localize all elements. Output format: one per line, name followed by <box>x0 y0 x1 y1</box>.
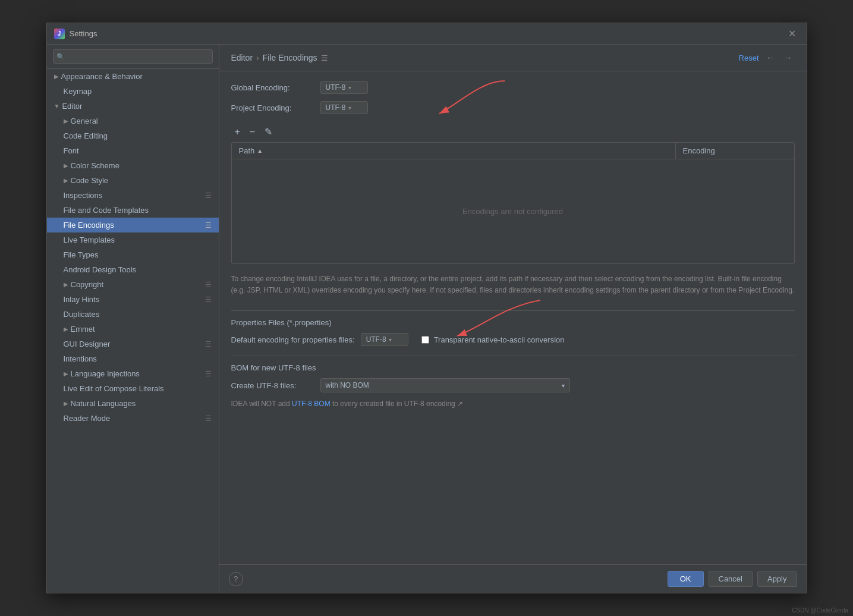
remove-button[interactable]: − <box>246 125 259 139</box>
sidebar-item-general[interactable]: ▶ General <box>47 114 219 128</box>
project-encoding-value: UTF-8 <box>326 103 346 112</box>
sidebar-item-inspections[interactable]: Inspections ☰ <box>47 188 219 203</box>
sidebar-item-label: Language Injections <box>71 369 140 378</box>
expand-icon: ▶ <box>64 400 68 407</box>
bom-dropdown[interactable]: with NO BOM ▾ <box>320 378 570 392</box>
sidebar-item-label: Live Edit of Compose Literals <box>64 384 164 393</box>
sidebar-item-language-injections[interactable]: ▶ Language Injections ☰ <box>47 366 219 381</box>
bom-info-link[interactable]: UTF-8 BOM <box>292 400 331 408</box>
col-encoding-header: Encoding <box>675 143 794 159</box>
sidebar-item-natural-languages[interactable]: ▶ Natural Languages <box>47 396 219 411</box>
expand-icon: ▶ <box>64 177 68 184</box>
search-input[interactable] <box>53 49 213 64</box>
sidebar-item-file-encodings[interactable]: File Encodings ☰ <box>47 218 219 232</box>
sidebar-item-appearance[interactable]: ▶ Appearance & Behavior <box>47 69 219 84</box>
bom-title: BOM for new UTF-8 files <box>231 363 795 372</box>
project-encoding-dropdown[interactable]: UTF-8 ▾ <box>320 101 368 114</box>
sidebar-item-editor[interactable]: ▼ Editor <box>47 99 219 114</box>
sidebar-item-reader-mode[interactable]: Reader Mode ☰ <box>47 411 219 426</box>
search-wrap <box>53 49 213 64</box>
sidebar-item-file-code-templates[interactable]: File and Code Templates <box>47 203 219 218</box>
sidebar-item-label: File Types <box>64 250 99 259</box>
sidebar-item-gui-designer[interactable]: GUI Designer ☰ <box>47 337 219 351</box>
bom-info: IDEA will NOT add UTF-8 BOM to every cre… <box>231 400 795 408</box>
sidebar-item-inlay-hints[interactable]: Inlay Hints ☰ <box>47 292 219 307</box>
create-utf8-label: Create UTF-8 files: <box>231 381 314 390</box>
sidebar-item-file-types[interactable]: File Types <box>47 247 219 262</box>
ok-button[interactable]: OK <box>668 571 704 587</box>
project-encoding-row: Project Encoding: UTF-8 ▾ <box>231 101 795 114</box>
sidebar-item-label: Editor <box>62 102 82 111</box>
sidebar-item-intentions[interactable]: Intentions <box>47 351 219 366</box>
expand-icon: ▶ <box>64 118 68 124</box>
bom-info-prefix: IDEA will NOT add <box>231 400 292 408</box>
properties-encoding-dropdown[interactable]: UTF-8 ▾ <box>361 333 408 346</box>
transparent-checkbox-row: Transparent native-to-ascii conversion <box>421 335 565 344</box>
apply-button[interactable]: Apply <box>757 571 797 587</box>
content-body: Global Encoding: UTF-8 ▾ Project Encodin… <box>219 71 807 564</box>
col-path-label: Path <box>239 146 255 155</box>
transparent-checkbox[interactable] <box>421 336 429 344</box>
file-encodings-badge: ☰ <box>205 221 212 230</box>
bom-info-suffix: to every created file in UTF-8 encoding … <box>331 400 463 408</box>
sidebar-item-live-templates[interactable]: Live Templates <box>47 232 219 247</box>
global-encoding-value: UTF-8 <box>326 83 346 92</box>
footer-left: ? <box>229 572 243 586</box>
add-button[interactable]: + <box>231 125 244 139</box>
content-header: Editor › File Encodings ☰ Reset ← → <box>219 45 807 71</box>
copyright-badge: ☰ <box>205 281 212 289</box>
cancel-button[interactable]: Cancel <box>709 571 753 587</box>
sidebar-item-label: File Encodings <box>64 221 114 230</box>
col-encoding-label: Encoding <box>683 146 715 155</box>
sidebar-item-duplicates[interactable]: Duplicates <box>47 307 219 322</box>
properties-encoding-value: UTF-8 <box>366 335 386 344</box>
sidebar-item-label: Android Design Tools <box>64 265 137 274</box>
edit-button[interactable]: ✎ <box>261 125 276 139</box>
title-bar: J Settings ✕ <box>47 23 807 45</box>
sidebar-item-font[interactable]: Font <box>47 143 219 158</box>
breadcrumb-current: File Encodings <box>263 53 317 62</box>
sidebar-item-copyright[interactable]: ▶ Copyright ☰ <box>47 277 219 292</box>
sidebar-item-label: Duplicates <box>64 310 100 319</box>
sidebar-item-android-design[interactable]: Android Design Tools <box>47 262 219 277</box>
default-encoding-label: Default encoding for properties files: <box>231 335 355 344</box>
search-section <box>47 45 219 69</box>
info-text: To change encoding IntelliJ IDEA uses fo… <box>231 274 795 303</box>
sidebar-item-label: Inlay Hints <box>64 295 100 304</box>
breadcrumb-parent: Editor <box>231 53 253 62</box>
sidebar-item-label: Color Scheme <box>71 161 119 170</box>
global-encoding-dropdown[interactable]: UTF-8 ▾ <box>320 81 368 94</box>
dropdown-arrow-icon: ▾ <box>348 105 351 111</box>
sidebar-item-emmet[interactable]: ▶ Emmet <box>47 322 219 337</box>
sidebar-item-keymap[interactable]: Keymap <box>47 84 219 99</box>
sidebar-item-code-editing[interactable]: Code Editing <box>47 128 219 143</box>
create-utf8-row: Create UTF-8 files: with NO BOM ▾ <box>231 378 795 392</box>
inspections-badge: ☰ <box>205 191 212 200</box>
bom-section: BOM for new UTF-8 files Create UTF-8 fil… <box>231 363 795 408</box>
sidebar-item-label: Natural Languages <box>71 399 136 408</box>
sidebar-item-color-scheme[interactable]: ▶ Color Scheme <box>47 158 219 173</box>
close-button[interactable]: ✕ <box>785 27 800 40</box>
sidebar-item-code-style[interactable]: ▶ Code Style <box>47 173 219 188</box>
breadcrumb-separator: › <box>256 53 259 62</box>
table-header: Path ▲ Encoding <box>232 143 794 159</box>
table-toolbar: + − ✎ <box>231 121 795 142</box>
expand-icon: ▶ <box>64 281 68 288</box>
sidebar-item-label: Live Templates <box>64 235 115 244</box>
sidebar-item-label: Code Style <box>71 176 109 185</box>
col-path-header[interactable]: Path ▲ <box>232 143 675 159</box>
reset-button[interactable]: Reset <box>739 54 759 62</box>
dropdown-arrow-icon: ▾ <box>348 84 351 91</box>
help-button[interactable]: ? <box>229 572 243 586</box>
properties-section: Properties Files (*.properties) Default … <box>231 318 795 346</box>
global-encoding-row: Global Encoding: UTF-8 ▾ <box>231 81 795 94</box>
header-actions: Reset ← → <box>739 52 795 64</box>
forward-button[interactable]: → <box>782 52 795 64</box>
sidebar-item-label: Font <box>64 146 79 155</box>
sidebar-item-live-edit[interactable]: Live Edit of Compose Literals <box>47 381 219 396</box>
transparent-label: Transparent native-to-ascii conversion <box>434 335 565 344</box>
dialog-title: Settings <box>70 29 780 38</box>
expand-icon: ▶ <box>64 370 68 377</box>
app-icon: J <box>54 29 65 39</box>
back-button[interactable]: ← <box>764 52 777 64</box>
